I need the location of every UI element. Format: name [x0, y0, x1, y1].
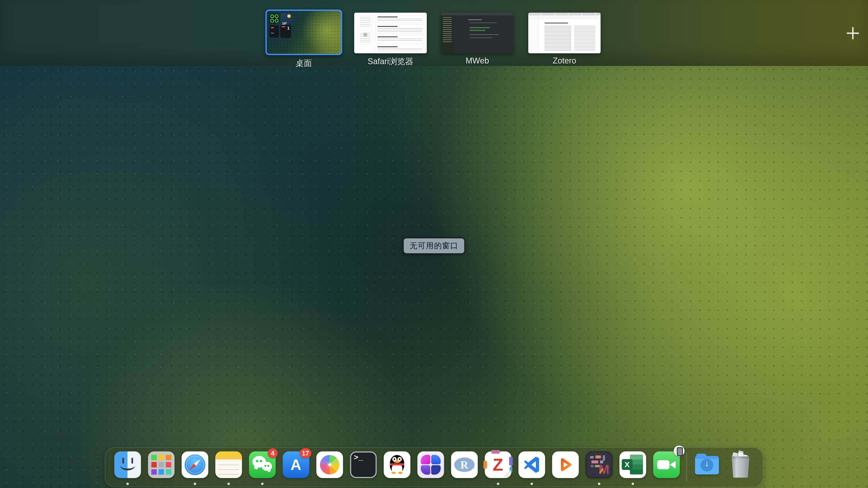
dock-item-pinwheel-app[interactable] — [414, 448, 447, 487]
weather-widget: 19° — [281, 13, 291, 27]
dock-item-qq[interactable] — [380, 448, 414, 487]
dock-item-photos[interactable] — [313, 448, 346, 487]
video-camera-glyph — [657, 460, 669, 469]
space-zotero: Zotero — [528, 13, 600, 66]
avatar — [363, 33, 367, 37]
mweb-titlebar — [441, 13, 514, 15]
space-safari: Safari浏览器 — [354, 13, 427, 67]
running-indicator — [194, 483, 196, 485]
petal — [421, 465, 430, 475]
dock-item-facetime[interactable] — [650, 448, 683, 487]
petal — [431, 465, 440, 475]
battery-rings-widget — [270, 13, 279, 24]
running-indicator — [530, 483, 533, 485]
launchpad-icon — [148, 451, 175, 478]
running-indicator — [261, 483, 264, 485]
article-card — [375, 15, 424, 23]
dock-item-terminal[interactable]: >_ — [346, 448, 380, 487]
dock: 4 A 17 >_ — [105, 447, 763, 487]
dock-item-finder[interactable] — [111, 448, 145, 487]
dock-item-safari[interactable] — [178, 448, 212, 487]
photos-icon — [316, 451, 343, 478]
safari-thumbnail-content — [354, 13, 427, 53]
space-thumbnail-mweb[interactable] — [441, 13, 514, 53]
decor-bar — [509, 457, 513, 465]
dock-item-app-store[interactable]: A 17 — [279, 448, 313, 487]
dock-item-excel[interactable]: X — [616, 448, 650, 487]
decor-bar — [509, 467, 512, 472]
desktop-thumbnail-wallpaper: 19° 1 — [267, 11, 341, 54]
space-label-desktop: 桌面 — [266, 58, 342, 69]
running-indicator — [598, 483, 600, 485]
running-indicator — [227, 483, 230, 485]
excel-icon: X — [619, 451, 646, 478]
dock-item-downloads[interactable]: ↓ — [690, 448, 724, 487]
mweb-thumbnail-content — [441, 13, 514, 53]
pdf-heading-line — [545, 23, 568, 24]
facetime-icon — [653, 451, 680, 478]
dock-item-zotero[interactable]: Z — [481, 448, 515, 487]
mweb-icon: M — [586, 451, 612, 478]
notification-badge: 4 — [268, 448, 278, 458]
spaces-bar: 19° 1 桌面 — [0, 0, 868, 66]
space-thumbnail-desktop[interactable]: 19° 1 — [266, 9, 342, 55]
no-windows-tooltip: 无可用的窗口 — [403, 237, 465, 254]
zotero-icon: Z — [485, 451, 511, 478]
running-indicator — [126, 483, 129, 485]
add-desktop-button[interactable] — [846, 27, 860, 40]
r-letter-glyph: R — [460, 459, 468, 471]
dock-item-wechat[interactable]: 4 — [246, 448, 279, 487]
plus-icon — [846, 27, 860, 40]
space-label-zotero: Zotero — [528, 56, 600, 66]
dock-item-launchpad[interactable] — [145, 448, 178, 487]
space-thumbnail-zotero[interactable] — [528, 13, 600, 53]
dock-item-vscode[interactable] — [515, 448, 549, 487]
pdf-references-column — [575, 26, 595, 52]
calendar-day: 1 — [287, 26, 289, 31]
article-card — [375, 24, 424, 33]
dock-divider — [686, 452, 687, 482]
mweb-editor-lines — [468, 20, 513, 46]
running-indicator — [631, 483, 634, 485]
notes-icon — [215, 451, 242, 478]
space-desktop: 19° 1 桌面 — [266, 9, 342, 69]
mweb-m-glyph: M — [598, 462, 610, 477]
vscode-icon — [518, 451, 545, 478]
petal — [431, 455, 440, 464]
clock-widget — [270, 25, 279, 37]
excel-x-glyph: X — [625, 460, 630, 469]
space-label-mweb: MWeb — [441, 56, 514, 66]
dock-item-mweb[interactable]: M — [582, 448, 616, 487]
dock-item-trash[interactable] — [724, 448, 757, 487]
vscode-logo — [522, 455, 541, 475]
r-ellipse: R — [454, 457, 474, 472]
terminal-prompt-glyph: >_ — [354, 453, 363, 462]
dock-item-orange-play-app[interactable] — [549, 448, 582, 487]
decor-bar — [491, 450, 500, 454]
zotero-thumbnail-content — [528, 13, 600, 53]
terminal-icon: >_ — [350, 451, 377, 478]
notification-badge: 17 — [300, 448, 311, 458]
space-thumbnail-safari[interactable] — [354, 13, 427, 53]
app-store-a-glyph: A — [290, 456, 301, 473]
space-label-safari: Safari浏览器 — [354, 56, 427, 67]
dock-item-r[interactable]: R — [447, 448, 481, 487]
orange-play-app-icon — [552, 451, 579, 478]
calendar-widget: 1 — [280, 25, 291, 38]
safari-profile-card — [358, 31, 372, 44]
iphone-continuity-badge — [674, 446, 685, 456]
space-mweb: MWeb — [441, 13, 514, 66]
trash-icon — [727, 451, 754, 478]
chat-bubble — [261, 462, 272, 471]
download-arrow-glyph: ↓ — [693, 458, 720, 468]
pinwheel-app-icon — [417, 451, 444, 478]
orange-play-glyph — [556, 455, 575, 474]
petal — [421, 455, 430, 464]
downloads-folder-icon: ↓ — [693, 451, 720, 478]
penguin-figure — [390, 455, 404, 473]
article-card — [375, 35, 424, 43]
trash-bin — [730, 456, 751, 478]
r-app-icon: R — [451, 451, 477, 478]
safari-icon — [182, 451, 208, 478]
dock-item-notes[interactable] — [212, 448, 246, 487]
